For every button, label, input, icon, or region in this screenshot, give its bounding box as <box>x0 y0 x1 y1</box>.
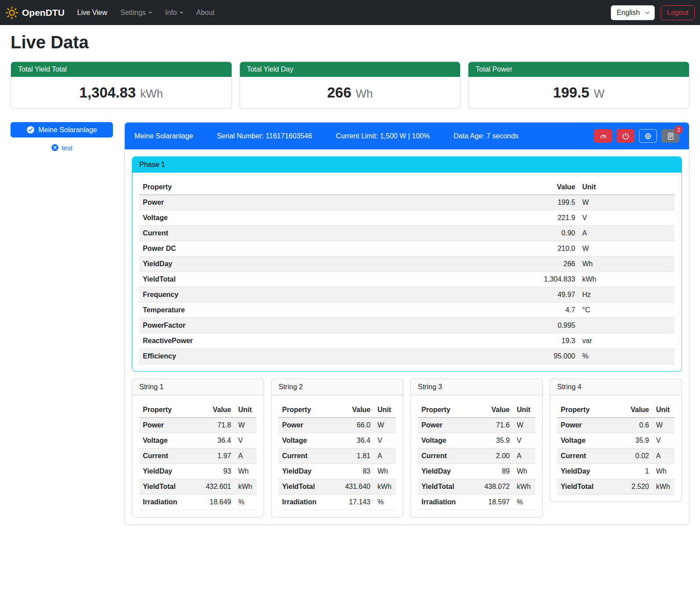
chevron-down-icon <box>180 12 183 14</box>
nav-about[interactable]: About <box>190 5 221 20</box>
unit-cell: V <box>235 433 257 449</box>
table-row: Power66.0W <box>279 418 396 433</box>
card-header: Total Yield Day <box>240 62 461 77</box>
unit-cell: W <box>579 241 675 257</box>
property-cell: Power <box>139 195 517 210</box>
property-cell: Power <box>279 418 335 433</box>
property-cell: Irradiation <box>418 495 475 510</box>
unit-cell: var <box>579 333 675 349</box>
unit-cell: kWh <box>374 479 396 495</box>
unit-cell: V <box>579 210 675 226</box>
card-body: 266 Wh <box>240 77 461 109</box>
table-header-row: Property Value Unit <box>139 402 257 418</box>
unit-cell: A <box>579 226 675 241</box>
total-power-value: 199.5 <box>553 84 590 101</box>
value-cell: 431.640 <box>335 479 374 495</box>
total-power-unit: W <box>594 87 605 101</box>
property-cell: Efficiency <box>139 349 517 364</box>
value-cell: 35.9 <box>614 433 653 449</box>
column-property: Property <box>418 402 475 418</box>
chevron-down-icon <box>645 10 649 14</box>
sidebar-item-meine-solaranlage[interactable]: Meine Solaranlage <box>11 122 113 137</box>
card-header: Total Yield Total <box>11 62 232 77</box>
sun-icon <box>5 6 18 19</box>
unit-cell: % <box>374 495 396 510</box>
table-row: Power DC210.0W <box>139 241 675 257</box>
string-2-body: Property Value Unit Power66.0WVoltage36.… <box>272 395 403 517</box>
property-cell: YieldDay <box>418 464 475 479</box>
value-cell: 1,304.833 <box>517 272 579 287</box>
device-info-button[interactable] <box>639 129 657 143</box>
column-property: Property <box>279 402 335 418</box>
sidebar-item-test[interactable]: test <box>48 143 75 152</box>
logout-button[interactable]: Logout <box>661 5 695 20</box>
column-property: Property <box>139 180 517 195</box>
unit-cell: Wh <box>653 464 675 479</box>
unit-cell: W <box>513 418 535 433</box>
property-cell: YieldDay <box>279 464 335 479</box>
inverter-serial: Serial Number: 116171603546 <box>217 132 312 140</box>
unit-cell <box>579 318 675 333</box>
column-value: Value <box>614 402 653 418</box>
value-cell: 432.601 <box>196 479 235 495</box>
event-log-button[interactable]: 2 <box>661 129 679 143</box>
value-cell: 221.9 <box>517 210 579 226</box>
property-cell: PowerFactor <box>139 318 517 333</box>
unit-cell: % <box>579 349 675 364</box>
property-cell: YieldTotal <box>139 479 196 495</box>
property-cell: Irradiation <box>279 495 335 510</box>
unit-cell: Hz <box>579 287 675 303</box>
language-select[interactable]: English <box>611 5 655 20</box>
string-4-card: String 4 Property Value Unit <box>550 379 682 502</box>
gauge-icon <box>599 132 607 140</box>
brand-logo[interactable]: OpenDTU <box>5 6 65 19</box>
value-cell: 17.143 <box>335 495 374 510</box>
table-row: Current0.02A <box>557 449 675 464</box>
table-row: YieldDay93Wh <box>139 464 257 479</box>
table-row: Current2.00A <box>418 449 535 464</box>
value-cell: 1.97 <box>196 449 235 464</box>
navbar: OpenDTU Live View Settings Info About En… <box>0 0 700 25</box>
value-cell: 71.6 <box>475 418 513 433</box>
unit-cell: kWh <box>513 479 535 495</box>
unit-cell: % <box>513 495 535 510</box>
value-cell: 95.000 <box>517 349 579 364</box>
strings-row: String 1 Property Value Unit <box>132 379 682 517</box>
unit-cell: Wh <box>235 464 257 479</box>
table-row: Voltage36.4V <box>139 433 257 449</box>
string-3-body: Property Value Unit Power71.6WVoltage35.… <box>411 395 542 517</box>
property-cell: YieldTotal <box>139 272 517 287</box>
column-property: Property <box>557 402 614 418</box>
table-row: YieldTotal2.520kWh <box>557 479 675 495</box>
property-cell: Power DC <box>139 241 517 257</box>
property-cell: Voltage <box>279 433 335 449</box>
column-property: Property <box>139 402 196 418</box>
limit-settings-button[interactable] <box>594 129 612 143</box>
value-cell: 1.81 <box>335 449 374 464</box>
unit-cell: kWh <box>235 479 257 495</box>
property-cell: Temperature <box>139 303 517 318</box>
string-3-card: String 3 Property Value Unit <box>410 379 543 517</box>
table-row: Irradiation18.597% <box>418 495 535 510</box>
property-cell: Power <box>557 418 614 433</box>
property-cell: YieldTotal <box>279 479 335 495</box>
table-row: Irradiation18.649% <box>139 495 257 510</box>
table-row: YieldDay266Wh <box>139 257 675 272</box>
power-button[interactable] <box>617 129 635 143</box>
table-row: Frequency49.97Hz <box>139 287 675 303</box>
card-body: 1,304.83 kWh <box>11 77 232 109</box>
column-value: Value <box>517 180 579 195</box>
property-cell: Current <box>418 449 475 464</box>
nav-live-view[interactable]: Live View <box>71 5 114 20</box>
table-row: YieldDay1Wh <box>557 464 675 479</box>
nav-info[interactable]: Info <box>159 5 190 20</box>
nav-settings[interactable]: Settings <box>114 5 159 20</box>
string-4-title: String 4 <box>550 379 682 395</box>
table-row: Voltage35.9V <box>418 433 535 449</box>
table-row: Voltage36.4V <box>279 433 396 449</box>
table-row: Power199.5W <box>139 195 675 210</box>
table-header-row: Property Value Unit <box>557 402 675 418</box>
table-header-row: Property Value Unit <box>418 402 535 418</box>
chevron-down-icon <box>149 12 152 14</box>
column-unit: Unit <box>579 180 675 195</box>
